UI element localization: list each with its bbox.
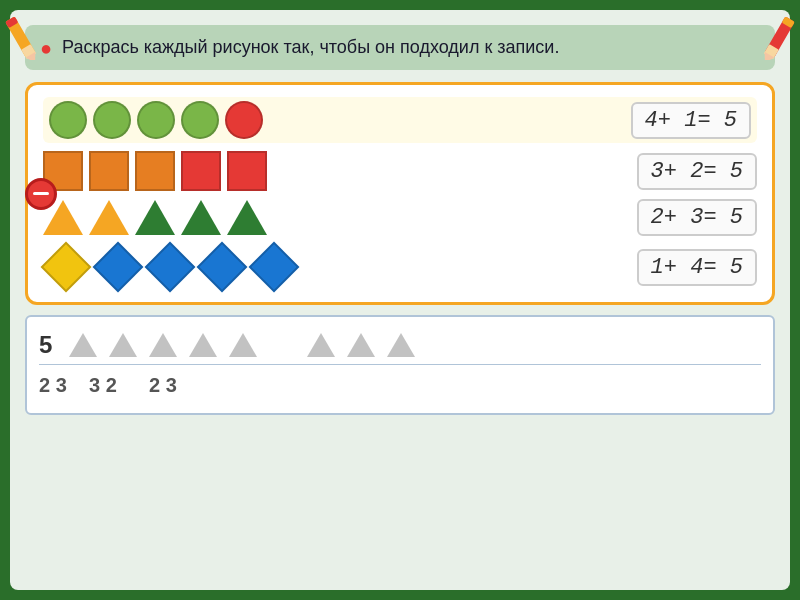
- diamond-blue-wrapper-4: [251, 244, 297, 290]
- diamond-blue-2: [145, 242, 196, 293]
- nb-tri-1: [69, 333, 97, 357]
- diamond-yellow-wrapper: [43, 244, 89, 290]
- diamond-blue-3: [197, 242, 248, 293]
- square-orange-2: [89, 151, 129, 191]
- exercise-row-3: 2+ 3= 5: [43, 199, 757, 236]
- circle-green-2: [93, 101, 131, 139]
- circle-red-1: [225, 101, 263, 139]
- circle-green-1: [49, 101, 87, 139]
- triangle-group-2: [307, 333, 415, 357]
- exercise-row-1: 4+ 1= 5: [43, 97, 757, 143]
- math-eq-2: 3+ 2= 5: [637, 153, 757, 190]
- triangle-green-3: [227, 200, 267, 235]
- no-entry-icon: [25, 178, 57, 210]
- instruction-text: Раскрась каждый рисунок так, чтобы он по…: [62, 35, 559, 60]
- square-orange-3: [135, 151, 175, 191]
- notebook-triangles-top: [69, 333, 761, 357]
- pencil-decoration-tr: [740, 5, 795, 60]
- diamond-blue-wrapper-2: [147, 244, 193, 290]
- notebook-row-bottom: 2 3 3 2 2 3: [39, 365, 761, 405]
- pencil-decoration-tl: [5, 5, 60, 60]
- nb-tri-3: [149, 333, 177, 357]
- nb-tri-6: [307, 333, 335, 357]
- notebook-pair-3: 2 3: [149, 374, 179, 397]
- exercise-card: 4+ 1= 5 3+ 2= 5: [25, 82, 775, 305]
- shapes-group-3: [43, 200, 629, 235]
- nb-tri-8: [387, 333, 415, 357]
- instruction-card: ● Раскрась каждый рисунок так, чтобы он …: [25, 25, 775, 70]
- shapes-group-1: [49, 101, 623, 139]
- square-red-1: [181, 151, 221, 191]
- notebook-pair-1: 2 3: [39, 374, 89, 397]
- no-entry-container: [25, 178, 57, 210]
- nb-tri-2: [109, 333, 137, 357]
- nb-tri-7: [347, 333, 375, 357]
- notebook-row-top: 5: [39, 325, 761, 365]
- square-red-2: [227, 151, 267, 191]
- triangle-orange-2: [89, 200, 129, 235]
- nb-tri-5: [229, 333, 257, 357]
- diamond-yellow-1: [41, 242, 92, 293]
- shapes-group-4: [43, 244, 629, 290]
- nb-tri-4: [189, 333, 217, 357]
- circle-green-3: [137, 101, 175, 139]
- triangle-group-1: [69, 333, 257, 357]
- notebook-pair-2: 3 2: [89, 374, 119, 397]
- math-eq-3: 2+ 3= 5: [637, 199, 757, 236]
- notebook-number-5: 5: [39, 331, 69, 359]
- circle-green-4: [181, 101, 219, 139]
- triangle-green-1: [135, 200, 175, 235]
- notebook-area: 5 2 3 3: [25, 315, 775, 415]
- triangle-green-2: [181, 200, 221, 235]
- math-eq-4: 1+ 4= 5: [637, 249, 757, 286]
- diamond-blue-4: [249, 242, 300, 293]
- shapes-group-2: [43, 151, 629, 191]
- exercise-row-4: 1+ 4= 5: [43, 244, 757, 290]
- no-entry-bar: [33, 192, 49, 195]
- diamond-blue-wrapper-3: [199, 244, 245, 290]
- main-area: ● Раскрась каждый рисунок так, чтобы он …: [10, 10, 790, 590]
- diamond-blue-1: [93, 242, 144, 293]
- notebook-pairs: 3 2 2 3: [89, 374, 761, 397]
- math-eq-1: 4+ 1= 5: [631, 102, 751, 139]
- exercise-row-2: 3+ 2= 5: [43, 151, 757, 191]
- diamond-blue-wrapper-1: [95, 244, 141, 290]
